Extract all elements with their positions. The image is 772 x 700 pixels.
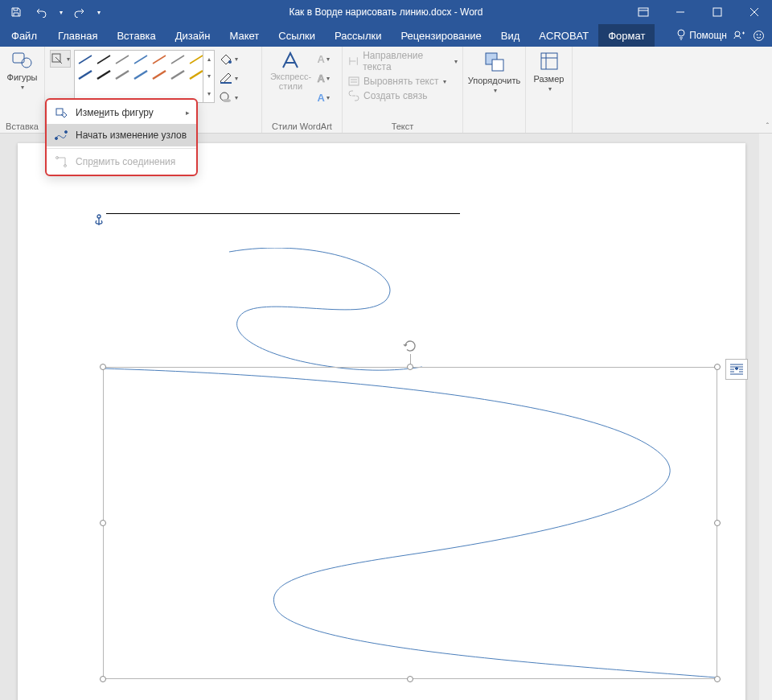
tab-review[interactable]: Рецензирование [391, 24, 491, 47]
svg-line-15 [171, 56, 184, 64]
gallery-more-icon[interactable]: ▾ [203, 85, 214, 102]
shapes-label: Фигуры [7, 72, 38, 82]
anchor-icon [93, 214, 105, 230]
share-icon[interactable] [732, 28, 746, 43]
shape-fill-button[interactable]: ▾ [218, 50, 239, 68]
resize-handle-s[interactable] [407, 676, 413, 682]
arrange-label: Упорядочить [468, 76, 520, 85]
shape-style-gallery[interactable]: ▴ ▾ ▾ [74, 50, 215, 103]
close-icon[interactable] [737, 0, 772, 24]
collapse-ribbon-icon[interactable]: ˆ [766, 122, 769, 131]
submenu-arrow-icon: ▸ [186, 109, 190, 117]
menu-straighten-label: Спрямить соединения [76, 156, 175, 167]
tab-mailings[interactable]: Рассылки [325, 24, 391, 47]
svg-rect-31 [541, 53, 557, 69]
tab-design[interactable]: Дизайн [166, 24, 220, 47]
tab-file[interactable]: Файл [0, 24, 48, 47]
shape-effects-button[interactable]: ▾ [218, 89, 239, 106]
straighten-icon [53, 154, 69, 170]
resize-handle-w[interactable] [100, 520, 106, 526]
shapes-button[interactable]: Фигуры ▾ [7, 50, 38, 91]
size-button[interactable]: Размер ▾ [534, 50, 565, 93]
svg-rect-7 [13, 53, 24, 63]
resize-handle-n[interactable] [407, 364, 413, 370]
svg-point-6 [760, 34, 761, 35]
menu-change-shape[interactable]: Изменить фигуру ▸ [47, 101, 196, 124]
resize-handle-nw[interactable] [100, 364, 106, 370]
layout-options-button[interactable] [725, 359, 748, 380]
tell-me-label: Помощн [689, 30, 727, 41]
tab-insert[interactable]: Вставка [107, 24, 165, 47]
quick-styles-label: Экспресс- стили [270, 72, 311, 91]
edit-shape-button[interactable]: ▾ [50, 50, 71, 68]
resize-handle-sw[interactable] [100, 676, 106, 682]
create-link-button[interactable]: Создать связь [347, 90, 458, 101]
customize-qat-icon[interactable]: ▾ [93, 1, 103, 23]
svg-line-16 [190, 56, 203, 64]
svg-point-34 [65, 131, 68, 134]
text-outline-button[interactable]: A▾ [313, 69, 334, 87]
svg-point-33 [55, 138, 58, 140]
svg-line-17 [79, 71, 92, 79]
edit-shape-dropdown: Изменить фигуру ▸ Начать изменение узлов… [45, 98, 198, 176]
svg-point-5 [757, 34, 758, 35]
tab-references[interactable]: Ссылки [269, 24, 325, 47]
group-size: Размер ▾ [526, 47, 573, 133]
tab-home[interactable]: Главная [48, 24, 107, 47]
rotate-handle[interactable] [402, 338, 418, 354]
tab-layout[interactable]: Макет [220, 24, 269, 47]
svg-line-20 [134, 71, 147, 79]
ribbon-display-icon[interactable] [626, 0, 661, 24]
group-text-label: Текст [392, 120, 414, 131]
tab-view[interactable]: Вид [491, 24, 530, 47]
menu-edit-points-label: Начать изменение узлов [76, 130, 187, 141]
maximize-icon[interactable] [700, 0, 735, 24]
resize-handle-e[interactable] [714, 520, 721, 526]
tell-me[interactable]: Помощн [676, 29, 727, 43]
resize-handle-ne[interactable] [714, 364, 721, 370]
svg-rect-0 [639, 8, 648, 16]
change-shape-icon [53, 105, 69, 121]
vertical-scrollbar[interactable] [759, 134, 772, 700]
svg-line-18 [97, 71, 110, 79]
lightbulb-icon [676, 29, 686, 43]
menu-edit-points[interactable]: Начать изменение узлов [47, 124, 196, 146]
tab-format[interactable]: Формат [598, 24, 655, 47]
svg-point-2 [678, 30, 684, 36]
group-arrange: Упорядочить ▾ [463, 47, 526, 133]
resize-handle-se[interactable] [714, 676, 721, 682]
svg-line-12 [116, 56, 129, 64]
text-fill-button[interactable]: A▾ [313, 50, 334, 68]
selected-shape[interactable] [103, 367, 717, 679]
redo-icon[interactable] [68, 1, 90, 23]
svg-line-13 [134, 56, 147, 64]
text-direction-label: Направление текста [363, 50, 450, 72]
minimize-icon[interactable] [663, 0, 698, 24]
shape-outline-button[interactable]: ▾ [218, 69, 239, 87]
page[interactable] [18, 143, 745, 700]
undo-dropdown-icon[interactable]: ▾ [56, 1, 64, 23]
horizontal-line-shape[interactable] [106, 213, 460, 214]
svg-rect-1 [713, 8, 721, 16]
freeform-curve-2[interactable] [103, 367, 717, 679]
gallery-scroll-up-icon[interactable]: ▴ [203, 51, 214, 68]
feedback-icon[interactable] [751, 28, 766, 43]
group-wordart: Экспресс- стили A▾ A▾ A▾ Стили WordArt [262, 47, 343, 133]
ribbon-tabs: Файл Главная Вставка Дизайн Макет Ссылки… [0, 24, 772, 47]
document-area[interactable] [0, 134, 772, 700]
tab-acrobat[interactable]: ACROBAT [529, 24, 598, 47]
arrange-button[interactable]: Упорядочить ▾ [468, 50, 520, 94]
freeform-curve-1[interactable] [225, 248, 434, 377]
align-text-label: Выровнять текст [363, 76, 438, 87]
title-bar: ▾ ▾ Как в Ворде нарисовать линию.docx - … [0, 0, 772, 24]
svg-line-11 [97, 56, 110, 64]
align-text-button[interactable]: Выровнять текст▾ [347, 76, 458, 87]
gallery-scroll-down-icon[interactable]: ▾ [203, 68, 214, 84]
svg-line-14 [153, 56, 166, 64]
quick-styles-button[interactable]: Экспресс- стили [270, 50, 311, 91]
text-direction-button[interactable]: Направление текста▾ [347, 50, 458, 72]
undo-icon[interactable] [31, 1, 53, 23]
save-icon[interactable] [5, 1, 27, 23]
text-effects-button[interactable]: A▾ [313, 89, 334, 106]
menu-change-shape-label: Изменить фигуру [76, 107, 154, 118]
